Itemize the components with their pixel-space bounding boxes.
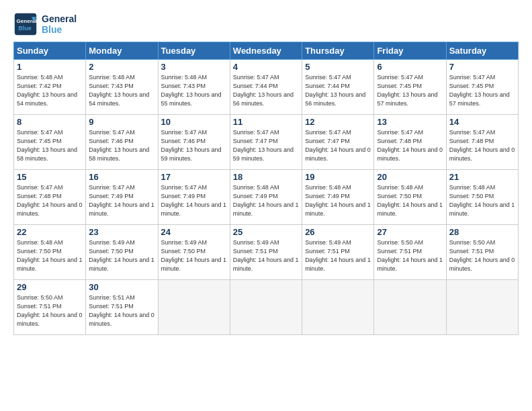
- day-cell-13: 13 Sunrise: 5:47 AMSunset: 7:48 PMDaylig…: [374, 115, 446, 170]
- empty-cell: [302, 280, 374, 335]
- week-row-3: 22 Sunrise: 5:48 AMSunset: 7:50 PMDaylig…: [14, 225, 519, 280]
- day-info: Sunrise: 5:48 AMSunset: 7:49 PMDaylight:…: [233, 183, 299, 218]
- day-number: 29: [17, 282, 83, 292]
- day-cell-11: 11 Sunrise: 5:47 AMSunset: 7:47 PMDaylig…: [230, 115, 302, 170]
- svg-text:Blue: Blue: [18, 25, 32, 32]
- day-number: 28: [449, 227, 515, 237]
- day-cell-10: 10 Sunrise: 5:47 AMSunset: 7:46 PMDaylig…: [158, 115, 230, 170]
- day-number: 3: [161, 62, 227, 72]
- day-cell-6: 6 Sunrise: 5:47 AMSunset: 7:45 PMDayligh…: [374, 60, 446, 115]
- day-info: Sunrise: 5:50 AMSunset: 7:51 PMDaylight:…: [17, 293, 83, 328]
- day-number: 11: [233, 117, 299, 127]
- day-cell-21: 21 Sunrise: 5:48 AMSunset: 7:50 PMDaylig…: [446, 170, 518, 225]
- day-number: 1: [17, 62, 83, 72]
- day-info: Sunrise: 5:47 AMSunset: 7:48 PMDaylight:…: [449, 128, 515, 163]
- day-info: Sunrise: 5:47 AMSunset: 7:46 PMDaylight:…: [89, 128, 154, 163]
- day-info: Sunrise: 5:47 AMSunset: 7:49 PMDaylight:…: [89, 183, 154, 218]
- weekday-header-thursday: Thursday: [302, 42, 374, 60]
- day-info: Sunrise: 5:51 AMSunset: 7:51 PMDaylight:…: [89, 293, 154, 328]
- day-number: 16: [89, 172, 154, 182]
- weekday-header-row: SundayMondayTuesdayWednesdayThursdayFrid…: [14, 42, 519, 60]
- logo-icon: General Blue: [13, 12, 38, 36]
- day-number: 17: [161, 172, 227, 182]
- day-number: 26: [305, 227, 371, 237]
- day-cell-5: 5 Sunrise: 5:47 AMSunset: 7:44 PMDayligh…: [302, 60, 374, 115]
- day-number: 22: [17, 227, 83, 237]
- day-cell-27: 27 Sunrise: 5:50 AMSunset: 7:51 PMDaylig…: [374, 225, 446, 280]
- day-number: 27: [377, 227, 443, 237]
- day-info: Sunrise: 5:48 AMSunset: 7:50 PMDaylight:…: [449, 183, 515, 218]
- day-cell-15: 15 Sunrise: 5:47 AMSunset: 7:48 PMDaylig…: [14, 170, 86, 225]
- empty-cell: [158, 280, 230, 335]
- weekday-header-monday: Monday: [86, 42, 158, 60]
- page: General Blue General Blue SundayMondayTu…: [0, 0, 532, 342]
- day-info: Sunrise: 5:48 AMSunset: 7:42 PMDaylight:…: [17, 73, 83, 108]
- logo-text: General Blue: [42, 13, 77, 35]
- day-info: Sunrise: 5:48 AMSunset: 7:43 PMDaylight:…: [89, 73, 154, 108]
- day-info: Sunrise: 5:50 AMSunset: 7:51 PMDaylight:…: [449, 238, 515, 273]
- weekday-header-sunday: Sunday: [14, 42, 86, 60]
- day-info: Sunrise: 5:47 AMSunset: 7:48 PMDaylight:…: [377, 128, 443, 163]
- day-info: Sunrise: 5:47 AMSunset: 7:45 PMDaylight:…: [449, 73, 515, 108]
- day-number: 30: [89, 282, 154, 292]
- day-cell-7: 7 Sunrise: 5:47 AMSunset: 7:45 PMDayligh…: [446, 60, 518, 115]
- day-cell-4: 4 Sunrise: 5:47 AMSunset: 7:44 PMDayligh…: [230, 60, 302, 115]
- day-number: 24: [161, 227, 227, 237]
- day-cell-1: 1 Sunrise: 5:48 AMSunset: 7:42 PMDayligh…: [14, 60, 86, 115]
- day-number: 2: [89, 62, 154, 72]
- header: General Blue General Blue: [13, 12, 519, 36]
- day-cell-22: 22 Sunrise: 5:48 AMSunset: 7:50 PMDaylig…: [14, 225, 86, 280]
- day-number: 12: [305, 117, 371, 127]
- day-info: Sunrise: 5:47 AMSunset: 7:45 PMDaylight:…: [377, 73, 443, 108]
- day-info: Sunrise: 5:48 AMSunset: 7:50 PMDaylight:…: [17, 238, 83, 273]
- day-info: Sunrise: 5:49 AMSunset: 7:50 PMDaylight:…: [161, 238, 227, 273]
- day-info: Sunrise: 5:50 AMSunset: 7:51 PMDaylight:…: [377, 238, 443, 273]
- empty-cell: [374, 280, 446, 335]
- day-cell-3: 3 Sunrise: 5:48 AMSunset: 7:43 PMDayligh…: [158, 60, 230, 115]
- day-number: 14: [449, 117, 515, 127]
- week-row-0: 1 Sunrise: 5:48 AMSunset: 7:42 PMDayligh…: [14, 60, 519, 115]
- empty-cell: [446, 280, 518, 335]
- day-cell-12: 12 Sunrise: 5:47 AMSunset: 7:47 PMDaylig…: [302, 115, 374, 170]
- day-info: Sunrise: 5:47 AMSunset: 7:49 PMDaylight:…: [161, 183, 227, 218]
- day-number: 15: [17, 172, 83, 182]
- day-cell-17: 17 Sunrise: 5:47 AMSunset: 7:49 PMDaylig…: [158, 170, 230, 225]
- day-cell-24: 24 Sunrise: 5:49 AMSunset: 7:50 PMDaylig…: [158, 225, 230, 280]
- day-cell-2: 2 Sunrise: 5:48 AMSunset: 7:43 PMDayligh…: [86, 60, 158, 115]
- day-cell-28: 28 Sunrise: 5:50 AMSunset: 7:51 PMDaylig…: [446, 225, 518, 280]
- day-info: Sunrise: 5:47 AMSunset: 7:48 PMDaylight:…: [17, 183, 83, 218]
- day-number: 18: [233, 172, 299, 182]
- day-cell-19: 19 Sunrise: 5:48 AMSunset: 7:49 PMDaylig…: [302, 170, 374, 225]
- day-number: 7: [449, 62, 515, 72]
- day-info: Sunrise: 5:49 AMSunset: 7:51 PMDaylight:…: [233, 238, 299, 273]
- day-info: Sunrise: 5:48 AMSunset: 7:49 PMDaylight:…: [305, 183, 371, 218]
- day-number: 20: [377, 172, 443, 182]
- day-info: Sunrise: 5:47 AMSunset: 7:44 PMDaylight:…: [233, 73, 299, 108]
- day-number: 5: [305, 62, 371, 72]
- weekday-header-tuesday: Tuesday: [158, 42, 230, 60]
- day-info: Sunrise: 5:47 AMSunset: 7:45 PMDaylight:…: [17, 128, 83, 163]
- day-number: 13: [377, 117, 443, 127]
- day-info: Sunrise: 5:47 AMSunset: 7:46 PMDaylight:…: [161, 128, 227, 163]
- week-row-4: 29 Sunrise: 5:50 AMSunset: 7:51 PMDaylig…: [14, 280, 519, 335]
- day-number: 19: [305, 172, 371, 182]
- empty-cell: [230, 280, 302, 335]
- day-number: 25: [233, 227, 299, 237]
- day-cell-18: 18 Sunrise: 5:48 AMSunset: 7:49 PMDaylig…: [230, 170, 302, 225]
- day-cell-26: 26 Sunrise: 5:49 AMSunset: 7:51 PMDaylig…: [302, 225, 374, 280]
- day-info: Sunrise: 5:47 AMSunset: 7:47 PMDaylight:…: [305, 128, 371, 163]
- day-number: 10: [161, 117, 227, 127]
- day-info: Sunrise: 5:47 AMSunset: 7:47 PMDaylight:…: [233, 128, 299, 163]
- week-row-1: 8 Sunrise: 5:47 AMSunset: 7:45 PMDayligh…: [14, 115, 519, 170]
- day-info: Sunrise: 5:48 AMSunset: 7:43 PMDaylight:…: [161, 73, 227, 108]
- calendar-table: SundayMondayTuesdayWednesdayThursdayFrid…: [13, 42, 519, 335]
- day-cell-25: 25 Sunrise: 5:49 AMSunset: 7:51 PMDaylig…: [230, 225, 302, 280]
- logo: General Blue General Blue: [13, 12, 77, 36]
- day-cell-9: 9 Sunrise: 5:47 AMSunset: 7:46 PMDayligh…: [86, 115, 158, 170]
- day-cell-30: 30 Sunrise: 5:51 AMSunset: 7:51 PMDaylig…: [86, 280, 158, 335]
- weekday-header-saturday: Saturday: [446, 42, 518, 60]
- day-cell-16: 16 Sunrise: 5:47 AMSunset: 7:49 PMDaylig…: [86, 170, 158, 225]
- day-number: 4: [233, 62, 299, 72]
- weekday-header-friday: Friday: [374, 42, 446, 60]
- day-number: 6: [377, 62, 443, 72]
